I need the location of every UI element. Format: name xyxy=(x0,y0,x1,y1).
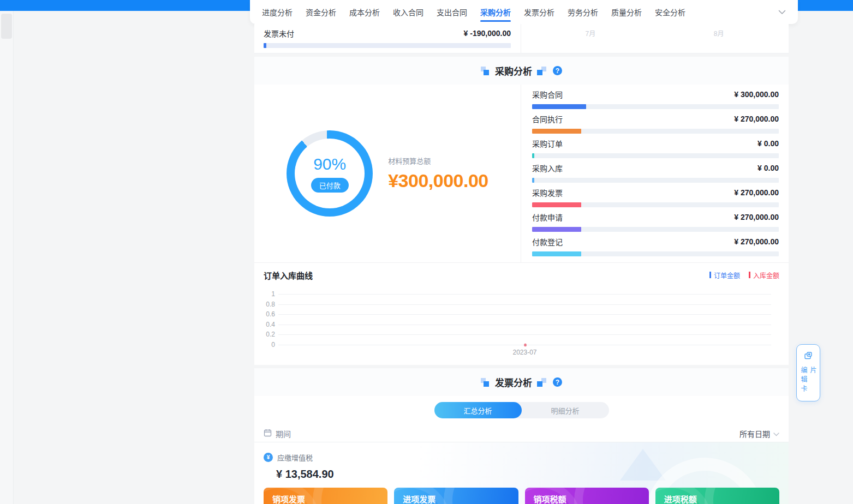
stat-bar-fill xyxy=(532,104,586,109)
y-tick-label: 0.4 xyxy=(262,321,275,328)
invoice-unpaid-progress-fill xyxy=(264,43,266,48)
stat-bar-采购发票: 采购发票¥ 270,000.00 xyxy=(532,187,779,207)
stat-bar-track xyxy=(532,129,779,134)
tab-进度分析[interactable]: 进度分析 xyxy=(262,0,293,24)
legend-label: 订单金额 xyxy=(714,271,740,280)
stat-bar-采购订单: 采购订单¥ 0.00 xyxy=(532,138,779,158)
stat-bar-label: 付款申请 xyxy=(532,212,563,223)
gridline xyxy=(278,294,771,295)
stat-bar-value: ¥ 270,000.00 xyxy=(734,237,779,246)
chevron-down-icon[interactable] xyxy=(778,10,786,15)
stat-bar-采购入库: 采购入库¥ 0.00 xyxy=(532,163,779,183)
gridline xyxy=(278,304,771,305)
invoice-unpaid-value: ¥ -190,000.00 xyxy=(464,29,511,38)
edit-cards-button[interactable]: 编辑卡片 xyxy=(796,344,820,401)
tax-card-label: 进项税额 xyxy=(664,493,697,504)
budget-donut-panel: 90% 已付款 材料预算总额 ¥300,000.00 xyxy=(254,85,521,262)
procurement-bars: 采购合同¥ 300,000.00合同执行¥ 270,000.00采购订单¥ 0.… xyxy=(521,85,789,262)
invoice-unpaid-section: 发票未付 ¥ -190,000.00 7月 8月 xyxy=(254,24,789,53)
stat-bar-合同执行: 合同执行¥ 270,000.00 xyxy=(532,113,779,134)
gridline xyxy=(278,334,771,335)
budget-value: ¥300,000.00 xyxy=(388,170,488,191)
title-deco-icon xyxy=(481,377,490,387)
stat-bar-track xyxy=(532,227,779,232)
date-range-value: 所有日期 xyxy=(739,428,770,439)
segment-tab-汇总分析[interactable]: 汇总分析 xyxy=(434,402,522,418)
procurement-section-header: 采购分析 ? xyxy=(254,57,789,85)
legend-swatch xyxy=(749,272,750,278)
tax-card-label: 进项发票 xyxy=(403,493,436,504)
order-inbound-line-chart: 2023-07 10.80.60.40.20 xyxy=(278,294,771,358)
tax-card-进项发票[interactable]: 进项发票 xyxy=(394,488,518,504)
date-range-select[interactable]: 所有日期 xyxy=(739,428,779,439)
title-deco-icon xyxy=(481,66,490,76)
legend-item-入库金额[interactable]: 入库金额 xyxy=(749,271,779,280)
edit-cards-icon xyxy=(803,351,813,363)
y-tick-label: 0.6 xyxy=(262,310,275,318)
period-filter-row: 期间 所有日期 xyxy=(254,425,789,442)
tab-成本分析[interactable]: 成本分析 xyxy=(349,0,380,24)
stat-bar-value: ¥ 300,000.00 xyxy=(734,90,779,99)
stat-bar-track xyxy=(532,153,779,158)
scrollbar-thumb[interactable] xyxy=(1,14,12,39)
invoice-unpaid-label: 发票未付 xyxy=(264,28,294,39)
y-tick-label: 0.8 xyxy=(262,301,275,308)
analysis-mode-segmented-control: 汇总分析明细分析 xyxy=(434,402,609,418)
chevron-down-icon xyxy=(773,429,779,438)
gridline xyxy=(278,325,771,325)
budget-total: 材料预算总额 ¥300,000.00 xyxy=(388,155,488,191)
gridline xyxy=(278,345,771,345)
tab-支出合同[interactable]: 支出合同 xyxy=(437,0,467,24)
y-tick-label: 1 xyxy=(262,290,275,298)
dashboard-card: 发票未付 ¥ -190,000.00 7月 8月 采购分析 ? 90% 已付款 xyxy=(254,24,789,504)
paid-percentage-donut: 90% 已付款 xyxy=(287,130,373,217)
tax-card-进项税额[interactable]: 进项税额 xyxy=(655,488,779,504)
procurement-body: 90% 已付款 材料预算总额 ¥300,000.00 采购合同¥ 300,000… xyxy=(254,85,789,262)
stat-bar-value: ¥ 0.00 xyxy=(757,164,779,172)
help-icon[interactable]: ? xyxy=(553,66,562,75)
stat-bar-label: 采购订单 xyxy=(532,138,563,149)
stat-bar-fill xyxy=(532,129,581,134)
stat-bar-label: 采购发票 xyxy=(532,187,563,198)
stat-bar-value: ¥ 270,000.00 xyxy=(734,213,779,221)
budget-label: 材料预算总额 xyxy=(388,155,488,166)
chart-legend: 订单金额入库金额 xyxy=(709,271,779,280)
calendar-icon xyxy=(264,429,272,439)
tab-安全分析[interactable]: 安全分析 xyxy=(655,0,685,24)
paid-badge: 已付款 xyxy=(311,178,349,193)
stat-bar-采购合同: 采购合同¥ 300,000.00 xyxy=(532,89,779,109)
invoice-unpaid-progress-bar xyxy=(264,43,511,48)
tab-发票分析[interactable]: 发票分析 xyxy=(524,0,554,24)
vat-summary-section: ¥ 应缴增值税 ¥ 13,584.90 销项发票进项发票销项税额进项税额 xyxy=(254,442,789,504)
tax-card-销项发票[interactable]: 销项发票 xyxy=(264,488,387,504)
tax-card-销项税额[interactable]: 销项税额 xyxy=(525,488,649,504)
stat-bar-fill xyxy=(532,202,581,207)
left-scrollbar-track[interactable] xyxy=(0,11,14,504)
stat-bar-track xyxy=(532,202,779,207)
help-icon[interactable]: ? xyxy=(553,377,562,387)
tab-资金分析[interactable]: 资金分析 xyxy=(306,0,336,24)
stat-bar-fill xyxy=(532,153,534,158)
tab-收入合同[interactable]: 收入合同 xyxy=(393,0,423,24)
tab-采购分析[interactable]: 采购分析 xyxy=(480,0,511,24)
vat-value: ¥ 13,584.90 xyxy=(254,463,789,481)
cropped-month-axis: 7月 8月 xyxy=(521,24,789,53)
stat-bar-付款申请: 付款申请¥ 270,000.00 xyxy=(532,212,779,232)
segment-tab-明细分析[interactable]: 明细分析 xyxy=(522,402,609,418)
stat-bar-label: 付款登记 xyxy=(532,236,563,247)
x-axis-label: 2023-07 xyxy=(512,349,536,356)
tab-bar-items: 进度分析资金分析成本分析收入合同支出合同采购分析发票分析劳务分析质量分析安全分析 xyxy=(262,0,685,24)
legend-item-订单金额[interactable]: 订单金额 xyxy=(709,271,740,280)
tab-质量分析[interactable]: 质量分析 xyxy=(611,0,642,24)
invoice-title: 发票分析 xyxy=(495,375,532,389)
procurement-title: 采购分析 xyxy=(495,64,532,77)
stat-bar-fill xyxy=(532,227,581,232)
period-label: 期间 xyxy=(276,428,291,439)
stat-bar-value: ¥ 270,000.00 xyxy=(734,188,779,197)
yen-coin-icon: ¥ xyxy=(264,453,273,462)
stat-bar-label: 采购入库 xyxy=(532,163,563,173)
vat-label: 应缴增值税 xyxy=(277,452,313,463)
tab-劳务分析[interactable]: 劳务分析 xyxy=(568,0,598,24)
stat-bar-value: ¥ 0.00 xyxy=(757,139,779,148)
axis-label-july: 7月 xyxy=(586,28,596,38)
